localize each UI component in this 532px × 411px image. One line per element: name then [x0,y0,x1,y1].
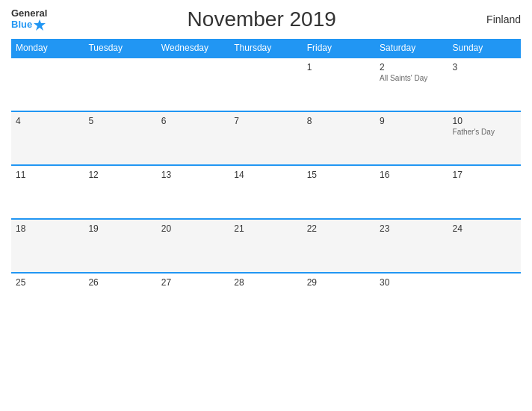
calendar-table: Monday Tuesday Wednesday Thursday Friday… [11,39,521,327]
day-number: 4 [16,116,79,126]
day-number: 21 [234,223,297,234]
logo-flag-icon [33,18,46,31]
table-row: 15 [303,165,375,219]
calendar-week-row: 11121314151617 [11,165,521,219]
day-number: 30 [380,277,443,288]
day-number: 13 [161,170,225,180]
day-number: 24 [453,223,516,234]
table-row: 13 [157,165,229,219]
table-row: 28 [229,273,302,327]
table-row: 21 [229,219,302,273]
calendar-week-row: 12All Saints' Day3 [11,58,521,111]
day-number: 5 [88,116,152,126]
calendar-week-row: 252627282930 [11,273,521,327]
holiday-label: Father's Day [453,128,516,136]
calendar-page: General Blue November 2019 Finland Monda… [0,0,532,411]
table-row: 14 [229,165,302,219]
table-row: 24 [448,219,521,273]
table-row: 16 [375,165,448,219]
col-saturday: Saturday [375,39,448,58]
day-number: 11 [16,170,79,180]
col-friday: Friday [303,39,375,58]
table-row: 5 [84,111,156,165]
table-row: 26 [84,273,156,327]
day-number: 22 [307,223,371,234]
table-row: 23 [375,219,448,273]
table-row: 17 [448,165,521,219]
day-number: 19 [88,223,152,234]
logo: General Blue [11,8,47,31]
page-title: November 2019 [47,7,476,31]
table-row [84,58,156,111]
table-row [157,58,229,111]
table-row: 9 [375,111,448,165]
calendar-week-row: 18192021222324 [11,219,521,273]
day-number: 17 [453,170,516,180]
table-row [448,273,521,327]
country-label: Finland [476,13,521,25]
day-number: 12 [88,170,152,180]
day-number: 15 [307,170,371,180]
day-number: 23 [380,223,443,234]
day-number: 14 [234,170,297,180]
col-thursday: Thursday [229,39,302,58]
table-row [229,58,302,111]
table-row [11,58,84,111]
table-row: 1 [303,58,375,111]
day-number: 16 [380,170,443,180]
day-number: 2 [380,62,443,72]
day-number: 3 [453,62,516,72]
day-number: 29 [307,277,371,288]
table-row: 19 [84,219,156,273]
calendar-week-row: 45678910Father's Day [11,111,521,165]
table-row: 22 [303,219,375,273]
day-number: 1 [307,62,371,72]
col-tuesday: Tuesday [84,39,156,58]
day-number: 18 [16,223,79,234]
table-row: 30 [375,273,448,327]
table-row: 6 [157,111,229,165]
day-number: 9 [380,116,443,126]
svg-marker-0 [34,19,46,31]
day-number: 28 [234,277,297,288]
day-number: 8 [307,116,371,126]
calendar-header-row: Monday Tuesday Wednesday Thursday Friday… [11,39,521,58]
day-number: 27 [161,277,225,288]
table-row: 12 [84,165,156,219]
table-row: 2All Saints' Day [375,58,448,111]
table-row: 11 [11,165,84,219]
day-number: 10 [453,116,516,126]
logo-text-general: General [11,8,47,18]
holiday-label: All Saints' Day [380,74,443,82]
col-wednesday: Wednesday [157,39,229,58]
page-header: General Blue November 2019 Finland [11,7,521,31]
table-row: 27 [157,273,229,327]
day-number: 7 [234,116,297,126]
table-row: 20 [157,219,229,273]
table-row: 4 [11,111,84,165]
day-number: 6 [161,116,225,126]
table-row: 8 [303,111,375,165]
table-row: 29 [303,273,375,327]
col-sunday: Sunday [448,39,521,58]
day-number: 26 [88,277,152,288]
logo-text-blue: Blue [11,19,32,29]
day-number: 20 [161,223,225,234]
table-row: 3 [448,58,521,111]
table-row: 10Father's Day [448,111,521,165]
col-monday: Monday [11,39,84,58]
table-row: 25 [11,273,84,327]
table-row: 7 [229,111,302,165]
day-number: 25 [16,277,79,288]
table-row: 18 [11,219,84,273]
